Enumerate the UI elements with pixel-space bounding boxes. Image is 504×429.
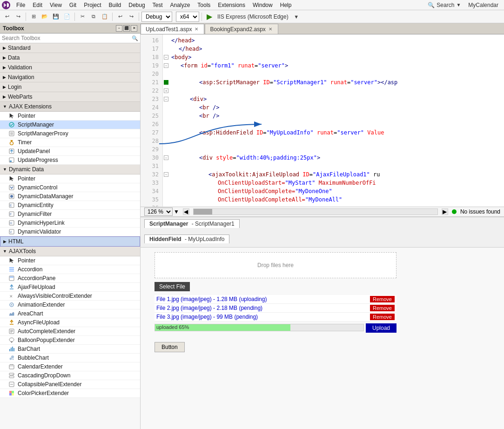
toolbox-item-dynamichyperlink[interactable]: H DynamicHyperLink xyxy=(0,219,140,228)
toolbox-item-updateprogress[interactable]: UpdateProgress xyxy=(0,156,140,165)
toolbox-search-input[interactable] xyxy=(2,35,132,41)
toolbox-pin-btn[interactable]: − xyxy=(116,25,122,32)
toolbox-section-data[interactable]: ▶ Data xyxy=(0,53,140,63)
menu-file[interactable]: File xyxy=(13,1,28,9)
toolbox-item-dd-pointer[interactable]: Pointer xyxy=(0,174,140,183)
toolbox-section-navigation[interactable]: ▶ Navigation xyxy=(0,73,140,82)
redo-btn[interactable]: ↪ xyxy=(126,12,136,22)
new-project-btn[interactable]: ⊞ xyxy=(28,12,39,22)
toolbox-item-dynamicdatamanager[interactable]: DynamicDataManager xyxy=(0,192,140,201)
open-btn[interactable]: 📂 xyxy=(40,12,50,22)
horizontal-scrollbar[interactable] xyxy=(193,208,438,215)
platform-select[interactable]: x64 xyxy=(176,12,199,22)
menu-view[interactable]: View xyxy=(47,1,65,9)
remove-btn-1[interactable]: Remove xyxy=(370,296,395,302)
toolbox-item-autocomplete[interactable]: AutoCompleteExtender xyxy=(0,327,140,336)
menu-project[interactable]: Project xyxy=(81,1,104,9)
forward-btn[interactable]: ↪ xyxy=(13,12,23,22)
upload-btn[interactable]: Upload xyxy=(366,323,396,333)
toolbox-item-barchart[interactable]: BarChart xyxy=(0,345,140,354)
toolbox-section-webparts[interactable]: ▶ WebParts xyxy=(0,92,140,102)
toolbox-item-balloonpopup[interactable]: BalloonPopupExtender xyxy=(0,336,140,345)
toolbox-item-collapsiblepanel[interactable]: CollapsiblePanelExtender xyxy=(0,380,140,389)
copy-btn[interactable]: ⧉ xyxy=(88,12,99,22)
menu-analyze[interactable]: Analyze xyxy=(167,1,194,9)
cut-btn[interactable]: ✂ xyxy=(77,12,87,22)
remove-btn-3[interactable]: Remove xyxy=(370,314,395,320)
code-line-23: − <div> xyxy=(163,95,397,103)
svg-rect-44 xyxy=(9,393,12,395)
toolbox-item-colorpicker[interactable]: ColorPickerExtender xyxy=(0,389,140,398)
tab-close-uploadtest[interactable]: ✕ xyxy=(194,27,199,32)
toolbox-item-pointer[interactable]: Pointer xyxy=(0,112,140,121)
expand-18[interactable]: − xyxy=(164,55,168,60)
scroll-left-btn[interactable]: ◀ xyxy=(183,208,189,215)
zoom-select[interactable]: 126 % xyxy=(144,208,173,216)
toolbox-item-scriptmanagerproxy[interactable]: ScriptManagerProxy xyxy=(0,129,140,138)
toolbox-item-dynamicvalidator[interactable]: V DynamicValidator xyxy=(0,228,140,236)
select-file-btn[interactable]: Select File xyxy=(155,282,190,291)
toolbox-section-ajax[interactable]: ▼ AJAX Extensions xyxy=(0,102,140,112)
remove-btn-2[interactable]: Remove xyxy=(370,305,395,311)
toolbox-item-dynamicentity[interactable]: E DynamicEntity xyxy=(0,201,140,210)
toolbox-auto-hide-btn[interactable]: ⬛ xyxy=(123,25,130,32)
menu-debug[interactable]: Debug xyxy=(125,1,148,9)
save-all-btn[interactable]: 📄 xyxy=(62,12,72,22)
expand-19[interactable]: − xyxy=(164,63,168,68)
toolbox-section-html[interactable]: ▶ HTML xyxy=(0,236,140,247)
tab-bookingexpand[interactable]: BookingExpand2.aspx ✕ xyxy=(205,24,278,34)
expand-30[interactable]: − xyxy=(164,155,168,160)
toolbox-item-dynamicfilter[interactable]: F DynamicFilter xyxy=(0,210,140,219)
button-preview[interactable]: Button xyxy=(155,342,185,352)
undo-btn[interactable]: ↩ xyxy=(115,12,125,22)
toolbox-item-asyncfileupload[interactable]: AsyncFileUpload xyxy=(0,318,140,327)
back-btn[interactable]: ↩ xyxy=(2,12,12,22)
paste-btn[interactable]: 📋 xyxy=(100,12,110,22)
menu-tools[interactable]: Tools xyxy=(194,1,214,9)
smart-tag-tab-1[interactable]: ScriptManager - ScriptManager1 xyxy=(144,219,240,228)
toolbox-item-at-pointer[interactable]: Pointer xyxy=(0,256,140,265)
search-toolbar[interactable]: 🔍 Search ▼ xyxy=(425,2,464,8)
toolbox-item-bubblechart[interactable]: BubbleChart xyxy=(0,354,140,362)
menu-edit[interactable]: Edit xyxy=(29,1,46,9)
toolbox-item-updatepanel[interactable]: UpdatePanel xyxy=(0,147,140,156)
toolbox-section-validation[interactable]: ▶ Validation xyxy=(0,63,140,73)
toolbox-section-ajaxtools[interactable]: ▼ AJAXTools xyxy=(0,247,140,256)
menu-help[interactable]: Help xyxy=(277,1,295,9)
tab-close-bookingexpand[interactable]: ✕ xyxy=(268,27,273,32)
expand-22[interactable]: + xyxy=(164,88,168,93)
toolbox-section-dynamicdata[interactable]: ▼ Dynamic Data xyxy=(0,165,140,174)
expand-23[interactable]: − xyxy=(164,97,168,101)
save-btn[interactable]: 💾 xyxy=(51,12,61,22)
toolbox-section-standard[interactable]: ▶ Standard xyxy=(0,43,140,53)
menu-test[interactable]: Test xyxy=(149,1,166,9)
toolbox-item-cascadingdropdown[interactable]: CascadingDropDown xyxy=(0,371,140,380)
file-row-2: File 2.jpg (image/jpeg) - 2.18 MB (pendi… xyxy=(155,304,396,313)
toolbox-close-btn[interactable]: ✕ xyxy=(131,25,137,32)
menu-git[interactable]: Git xyxy=(66,1,80,9)
toolbox-item-dynamiccontrol[interactable]: DynamicControl xyxy=(0,183,140,192)
smart-tag-tab-2[interactable]: HiddenField - MyUpLoadInfo xyxy=(144,235,229,243)
toolbox-item-animation[interactable]: AnimationExtender xyxy=(0,301,140,309)
toolbox-item-areachart[interactable]: AreaChart xyxy=(0,309,140,318)
toolbox-item-scriptmanager[interactable]: ScriptManager xyxy=(0,121,140,129)
menu-window[interactable]: Window xyxy=(249,1,276,9)
build-config-select[interactable]: Debug xyxy=(141,12,172,22)
toolbox-item-calendar[interactable]: CalendarExtender xyxy=(0,362,140,371)
toolbox-item-alwaysvisible[interactable]: ✕ AlwaysVisibleControlExtender xyxy=(0,292,140,301)
toolbox-item-accordion[interactable]: Accordion xyxy=(0,265,140,274)
menu-extensions[interactable]: Extensions xyxy=(215,1,249,9)
menu-build[interactable]: Build xyxy=(106,1,125,9)
toolbox-item-accordionpane[interactable]: AccordionPane xyxy=(0,274,140,283)
drop-files-box[interactable]: Drop files here xyxy=(155,252,396,278)
expand-32[interactable]: − xyxy=(164,172,168,177)
toolbox-section-login[interactable]: ▶ Login xyxy=(0,82,140,92)
toolbox-item-ajaxfileupload[interactable]: AjaxFileUpload xyxy=(0,283,140,292)
scroll-right-btn[interactable]: ▶ xyxy=(442,208,448,215)
run-arrow-btn[interactable]: ▼ xyxy=(291,12,302,22)
tab-uploadtest[interactable]: UpLoadTest1.aspx ✕ xyxy=(141,24,204,34)
vs-logo xyxy=(2,1,10,9)
run-btn[interactable]: ▶ xyxy=(204,12,215,21)
toolbox-header: Toolbox − ⬛ ✕ xyxy=(0,23,140,34)
toolbox-item-timer[interactable]: Timer xyxy=(0,138,140,147)
